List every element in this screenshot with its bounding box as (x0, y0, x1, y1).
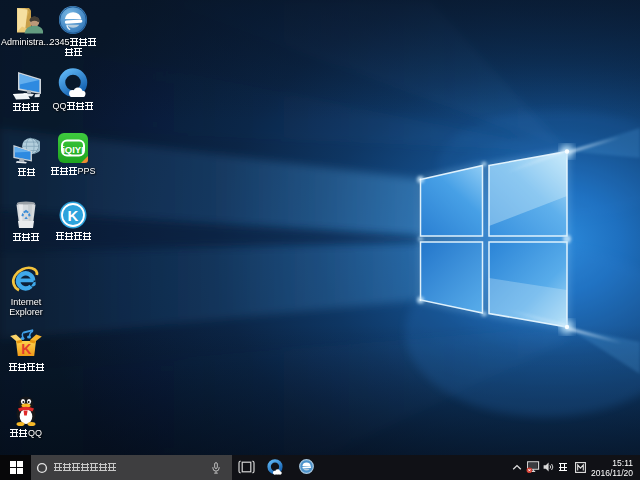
svg-text:K: K (68, 207, 79, 224)
svg-text:iQIYI: iQIYI (62, 144, 84, 155)
svg-text:K: K (21, 341, 31, 357)
